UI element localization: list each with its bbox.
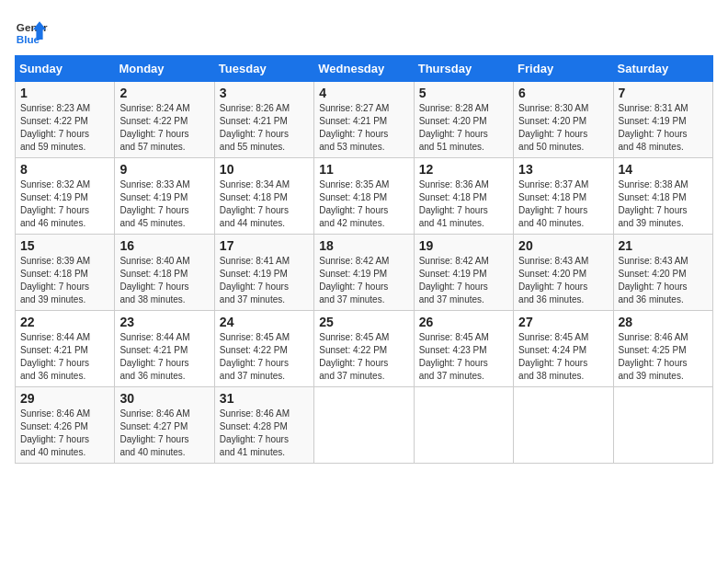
calendar-day-13: 13Sunrise: 8:37 AMSunset: 4:18 PMDayligh… (514, 158, 613, 235)
day-number: 4 (319, 86, 408, 100)
empty-cell (314, 387, 414, 464)
day-number: 26 (419, 315, 508, 329)
day-number: 3 (220, 86, 309, 100)
calendar-week-1: 1Sunrise: 8:23 AMSunset: 4:22 PMDaylight… (16, 82, 713, 158)
day-info: Sunrise: 8:41 AMSunset: 4:19 PMDaylight:… (220, 255, 309, 306)
day-info: Sunrise: 8:42 AMSunset: 4:19 PMDaylight:… (319, 255, 408, 306)
header-saturday: Saturday (613, 56, 712, 82)
day-info: Sunrise: 8:45 AMSunset: 4:23 PMDaylight:… (419, 331, 508, 383)
day-number: 23 (119, 315, 209, 329)
day-info: Sunrise: 8:45 AMSunset: 4:22 PMDaylight:… (220, 331, 309, 383)
day-number: 13 (518, 162, 608, 177)
day-number: 11 (319, 162, 408, 177)
day-number: 30 (119, 391, 209, 406)
logo-icon: General Blue (15, 15, 48, 48)
day-info: Sunrise: 8:43 AMSunset: 4:20 PMDaylight:… (518, 255, 608, 306)
calendar-day-21: 21Sunrise: 8:43 AMSunset: 4:20 PMDayligh… (613, 235, 712, 311)
calendar-table: SundayMondayTuesdayWednesdayThursdayFrid… (15, 55, 713, 464)
calendar-day-24: 24Sunrise: 8:45 AMSunset: 4:22 PMDayligh… (214, 311, 313, 387)
day-info: Sunrise: 8:46 AMSunset: 4:28 PMDaylight:… (220, 408, 309, 459)
calendar-day-31: 31Sunrise: 8:46 AMSunset: 4:28 PMDayligh… (214, 387, 313, 464)
calendar-day-2: 2Sunrise: 8:24 AMSunset: 4:22 PMDaylight… (115, 82, 214, 158)
day-info: Sunrise: 8:37 AMSunset: 4:18 PMDaylight:… (518, 178, 608, 230)
day-number: 7 (619, 86, 708, 100)
day-info: Sunrise: 8:42 AMSunset: 4:19 PMDaylight:… (419, 255, 508, 306)
page-header: General Blue (15, 15, 713, 48)
day-info: Sunrise: 8:45 AMSunset: 4:22 PMDaylight:… (319, 331, 408, 383)
calendar-day-6: 6Sunrise: 8:30 AMSunset: 4:20 PMDaylight… (514, 82, 613, 158)
day-number: 1 (20, 86, 109, 100)
day-number: 15 (20, 238, 109, 253)
day-info: Sunrise: 8:30 AMSunset: 4:20 PMDaylight:… (518, 102, 608, 154)
calendar-week-3: 15Sunrise: 8:39 AMSunset: 4:18 PMDayligh… (16, 235, 713, 311)
day-number: 9 (119, 162, 209, 177)
day-number: 29 (20, 391, 109, 406)
calendar-day-5: 5Sunrise: 8:28 AMSunset: 4:20 PMDaylight… (414, 82, 513, 158)
calendar-day-4: 4Sunrise: 8:27 AMSunset: 4:21 PMDaylight… (314, 82, 414, 158)
header-sunday: Sunday (16, 56, 115, 82)
day-number: 14 (619, 162, 708, 177)
day-info: Sunrise: 8:44 AMSunset: 4:21 PMDaylight:… (20, 331, 109, 383)
day-number: 17 (220, 238, 309, 253)
day-info: Sunrise: 8:26 AMSunset: 4:21 PMDaylight:… (220, 102, 309, 154)
day-info: Sunrise: 8:39 AMSunset: 4:18 PMDaylight:… (20, 255, 109, 306)
empty-cell (414, 387, 513, 464)
day-info: Sunrise: 8:27 AMSunset: 4:21 PMDaylight:… (319, 102, 408, 154)
day-info: Sunrise: 8:44 AMSunset: 4:21 PMDaylight:… (119, 331, 209, 383)
header-thursday: Thursday (414, 56, 513, 82)
calendar-week-2: 8Sunrise: 8:32 AMSunset: 4:19 PMDaylight… (16, 158, 713, 235)
day-number: 19 (419, 238, 508, 253)
calendar-week-5: 29Sunrise: 8:46 AMSunset: 4:26 PMDayligh… (16, 387, 713, 464)
day-info: Sunrise: 8:33 AMSunset: 4:19 PMDaylight:… (119, 178, 209, 230)
day-number: 6 (518, 86, 608, 100)
calendar-day-3: 3Sunrise: 8:26 AMSunset: 4:21 PMDaylight… (214, 82, 313, 158)
calendar-day-27: 27Sunrise: 8:45 AMSunset: 4:24 PMDayligh… (514, 311, 613, 387)
day-number: 20 (518, 238, 608, 253)
day-number: 8 (20, 162, 109, 177)
day-number: 2 (119, 86, 209, 100)
calendar-day-28: 28Sunrise: 8:46 AMSunset: 4:25 PMDayligh… (613, 311, 712, 387)
day-info: Sunrise: 8:45 AMSunset: 4:24 PMDaylight:… (518, 331, 608, 383)
calendar-day-19: 19Sunrise: 8:42 AMSunset: 4:19 PMDayligh… (414, 235, 513, 311)
day-number: 5 (419, 86, 508, 100)
calendar-header-row: SundayMondayTuesdayWednesdayThursdayFrid… (16, 56, 713, 82)
day-number: 16 (119, 238, 209, 253)
day-number: 24 (220, 315, 309, 329)
day-number: 27 (518, 315, 608, 329)
day-info: Sunrise: 8:35 AMSunset: 4:18 PMDaylight:… (319, 178, 408, 230)
calendar-day-23: 23Sunrise: 8:44 AMSunset: 4:21 PMDayligh… (115, 311, 214, 387)
calendar-day-11: 11Sunrise: 8:35 AMSunset: 4:18 PMDayligh… (314, 158, 414, 235)
day-number: 22 (20, 315, 109, 329)
header-monday: Monday (115, 56, 214, 82)
day-info: Sunrise: 8:36 AMSunset: 4:18 PMDaylight:… (419, 178, 508, 230)
calendar-day-17: 17Sunrise: 8:41 AMSunset: 4:19 PMDayligh… (214, 235, 313, 311)
header-wednesday: Wednesday (314, 56, 414, 82)
calendar-day-25: 25Sunrise: 8:45 AMSunset: 4:22 PMDayligh… (314, 311, 414, 387)
day-info: Sunrise: 8:24 AMSunset: 4:22 PMDaylight:… (119, 102, 209, 154)
day-info: Sunrise: 8:46 AMSunset: 4:27 PMDaylight:… (119, 408, 209, 459)
day-info: Sunrise: 8:34 AMSunset: 4:18 PMDaylight:… (220, 178, 309, 230)
day-info: Sunrise: 8:31 AMSunset: 4:19 PMDaylight:… (619, 102, 708, 154)
day-number: 21 (619, 238, 708, 253)
calendar-day-12: 12Sunrise: 8:36 AMSunset: 4:18 PMDayligh… (414, 158, 513, 235)
calendar-day-8: 8Sunrise: 8:32 AMSunset: 4:19 PMDaylight… (16, 158, 115, 235)
day-number: 31 (220, 391, 309, 406)
calendar-week-4: 22Sunrise: 8:44 AMSunset: 4:21 PMDayligh… (16, 311, 713, 387)
day-info: Sunrise: 8:23 AMSunset: 4:22 PMDaylight:… (20, 102, 109, 154)
day-info: Sunrise: 8:38 AMSunset: 4:18 PMDaylight:… (619, 178, 708, 230)
day-info: Sunrise: 8:46 AMSunset: 4:26 PMDaylight:… (20, 408, 109, 459)
calendar-day-16: 16Sunrise: 8:40 AMSunset: 4:18 PMDayligh… (115, 235, 214, 311)
calendar-day-29: 29Sunrise: 8:46 AMSunset: 4:26 PMDayligh… (16, 387, 115, 464)
day-info: Sunrise: 8:40 AMSunset: 4:18 PMDaylight:… (119, 255, 209, 306)
calendar-day-14: 14Sunrise: 8:38 AMSunset: 4:18 PMDayligh… (613, 158, 712, 235)
day-info: Sunrise: 8:46 AMSunset: 4:25 PMDaylight:… (619, 331, 708, 383)
calendar-day-1: 1Sunrise: 8:23 AMSunset: 4:22 PMDaylight… (16, 82, 115, 158)
day-number: 25 (319, 315, 408, 329)
day-number: 12 (419, 162, 508, 177)
day-number: 18 (319, 238, 408, 253)
calendar-day-26: 26Sunrise: 8:45 AMSunset: 4:23 PMDayligh… (414, 311, 513, 387)
calendar-day-15: 15Sunrise: 8:39 AMSunset: 4:18 PMDayligh… (16, 235, 115, 311)
logo: General Blue (15, 15, 48, 48)
day-number: 10 (220, 162, 309, 177)
calendar-day-7: 7Sunrise: 8:31 AMSunset: 4:19 PMDaylight… (613, 82, 712, 158)
